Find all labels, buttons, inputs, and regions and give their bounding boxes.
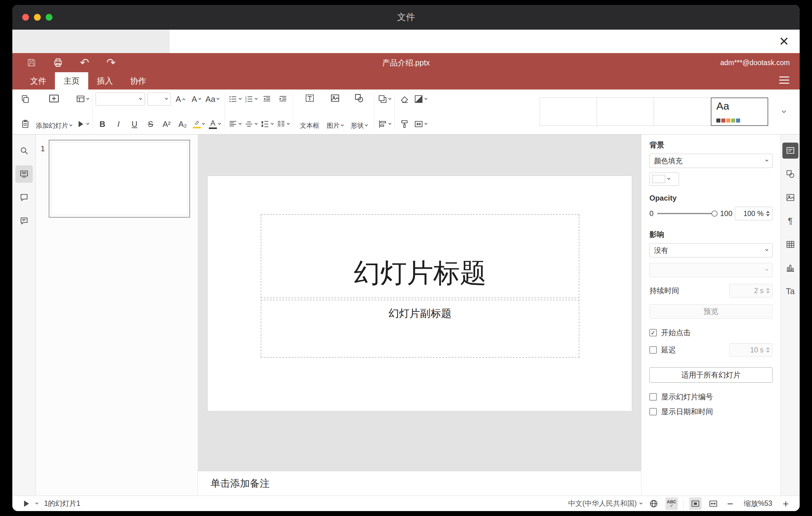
font-size-select[interactable] [147,93,171,106]
opacity-slider[interactable] [657,213,716,214]
header-quick-access-row: ↶ ↷ 产品介绍.pptx adm***@dootask.com [12,53,800,72]
document-language-button[interactable] [647,497,660,510]
opacity-input[interactable]: 100 % [735,207,773,220]
line-spacing-button[interactable] [260,117,274,131]
vertical-align-button[interactable] [244,117,258,131]
spinner-arrows[interactable] [766,347,770,353]
highlight-color-button[interactable] [192,117,205,131]
font-color-button[interactable]: A [208,117,222,131]
align-shape-button[interactable] [378,117,391,131]
slide-settings-button[interactable] [782,143,799,159]
tab-collaboration[interactable]: 协作 [121,72,155,89]
fit-to-width-button[interactable] [707,497,720,510]
spinner-arrows[interactable] [766,211,770,216]
apply-to-all-slides-button[interactable]: 适用于所有幻灯片 [649,367,773,383]
notes-area[interactable]: 单击添加备注 [198,471,641,496]
chat-button[interactable] [16,212,33,230]
slide-layout-button[interactable] [76,92,89,106]
search-icon [20,146,29,155]
comments-button[interactable] [16,189,33,206]
add-slide-button[interactable]: 添加幻灯片 [32,92,76,131]
insert-shape-button[interactable]: 形状 [347,92,371,131]
subtitle-placeholder[interactable]: 幻灯片副标题 [261,300,579,358]
superscript-button[interactable]: A² [160,117,173,131]
change-case-button[interactable]: Aa [205,92,219,106]
spinner-down-icon[interactable] [766,214,770,216]
opacity-slider-knob[interactable] [712,210,718,217]
shape-fill-button[interactable] [414,92,427,106]
increase-indent-button[interactable] [276,92,290,106]
subscript-button[interactable]: A₂ [176,117,190,131]
paste-button[interactable] [19,117,32,131]
theme-gallery-expand-button[interactable] [776,97,792,126]
eraser-icon [400,94,409,104]
theme-option-2[interactable] [597,97,654,126]
bullet-list-button[interactable] [228,92,241,106]
header-menu-button[interactable] [779,77,789,84]
preview-button[interactable]: 预览 [649,304,773,318]
numbered-list-button[interactable]: 123 [244,92,258,106]
insert-textbox-button[interactable]: 文本框 [296,92,323,131]
spinner-arrows[interactable] [766,288,770,293]
arrange-shape-button[interactable] [378,92,391,106]
horizontal-align-button[interactable] [228,117,241,131]
slide[interactable]: 幻灯片标题 幻灯片副标题 [207,176,632,411]
increase-font-button[interactable]: A [173,92,187,106]
copy-style-button[interactable] [398,117,411,131]
tab-file[interactable]: 文件 [22,72,55,89]
chevron-down-icon [86,97,89,100]
slide-settings-panel: 背景 颜色填充 Opacity 0 100 100 % 影响 [641,135,781,496]
effect-select[interactable]: 没有 [649,243,773,257]
close-dialog-button[interactable]: ✕ [779,35,789,48]
duration-input[interactable]: 2 s [729,284,773,297]
underline-button[interactable]: U [128,117,141,131]
tab-insert[interactable]: 插入 [88,72,121,89]
start-slideshow-button[interactable] [76,117,89,131]
fit-to-slide-button[interactable] [689,497,701,510]
font-name-select[interactable] [96,93,145,106]
table-settings-button[interactable] [782,236,799,253]
zoom-out-button[interactable]: − [725,498,735,509]
shape-settings-icon [786,169,795,179]
chevron-down-icon[interactable] [35,501,38,504]
theme-option-3[interactable] [654,97,711,126]
zoom-in-button[interactable]: + [781,498,791,509]
show-slide-number-checkbox[interactable] [649,393,657,401]
clear-style-button[interactable] [398,92,411,106]
bold-button[interactable]: B [96,117,109,131]
effect-variant-select[interactable] [649,263,773,277]
image-settings-button[interactable] [782,190,799,205]
columns-button[interactable] [276,117,290,131]
italic-button[interactable]: I [112,117,125,131]
copy-button[interactable] [19,92,32,106]
delay-checkbox[interactable] [649,346,657,354]
search-button[interactable] [16,142,33,159]
right-sidebar: ¶ Ta [781,135,800,496]
chart-settings-button[interactable] [782,260,799,276]
show-date-time-checkbox[interactable] [649,408,657,415]
tab-home[interactable]: 主页 [55,72,88,89]
paragraph-settings-button[interactable]: ¶ [782,213,799,229]
slide-size-button[interactable] [414,117,427,131]
language-select[interactable]: 中文(中华人民共和国) [568,499,642,508]
strikethrough-button[interactable]: S [144,117,157,131]
spellcheck-button[interactable]: ABC ✓ [665,497,678,510]
start-on-click-checkbox[interactable]: ✓ [649,329,657,336]
slide-thumbnails-button[interactable] [16,165,33,183]
start-preview-button[interactable] [21,497,32,510]
background-fill-select[interactable]: 颜色填充 [649,154,773,168]
spinner-up-icon[interactable] [766,211,770,213]
theme-option-selected[interactable]: Aa [711,97,768,126]
shape-settings-button[interactable] [782,166,799,182]
title-placeholder[interactable]: 幻灯片标题 [261,214,579,298]
slide-size-icon [414,119,423,129]
textart-settings-button[interactable]: Ta [782,283,799,299]
slide-thumbnail[interactable] [49,140,190,218]
decrease-indent-button[interactable] [260,92,274,106]
background-color-select[interactable] [649,172,679,186]
theme-option-1[interactable] [540,97,597,126]
delay-input[interactable]: 10 s [729,343,773,357]
insert-image-button[interactable]: 图片 [323,92,347,131]
fit-width-icon [709,499,718,508]
decrease-font-button[interactable]: A [190,92,203,106]
